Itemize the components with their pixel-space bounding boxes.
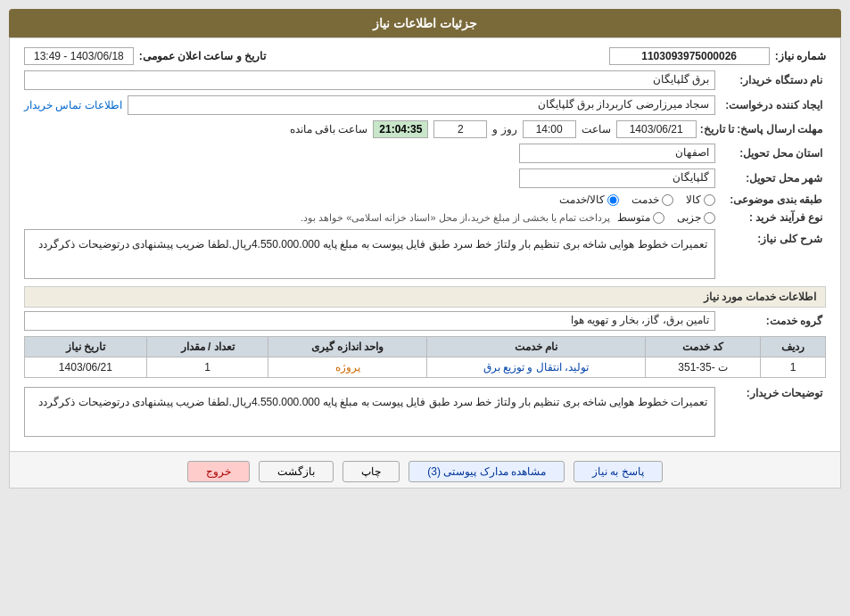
tozihat-label: توضیحات خریدار: bbox=[719, 383, 826, 399]
bottom-bar: پاسخ به نیاز مشاهده مدارک پیوستی (3) چاپ… bbox=[9, 452, 841, 489]
cell-unit: پروژه bbox=[268, 357, 426, 378]
namDastgah-value: برق گلپایگان bbox=[24, 70, 715, 90]
exit-button[interactable]: خروج bbox=[187, 461, 250, 482]
cell-kod: ت -35-351 bbox=[646, 357, 761, 378]
cell-tarikh: 1403/06/21 bbox=[25, 357, 147, 378]
radio-motavaset[interactable]: متوسط bbox=[617, 211, 664, 224]
cell-tedad: 1 bbox=[146, 357, 268, 378]
shomareNiaz-value: 1103093975000026 bbox=[609, 47, 770, 65]
radio-kala[interactable]: کالا bbox=[686, 193, 715, 206]
view-docs-button[interactable]: مشاهده مدارک پیوستی (3) bbox=[408, 461, 565, 482]
mohlat-date: 1403/06/21 bbox=[616, 120, 697, 138]
radio-kala-label: کالا bbox=[686, 193, 701, 206]
col-radif: ردیف bbox=[761, 337, 826, 357]
radio-jozii-label: جزبی bbox=[677, 211, 701, 224]
mohlat-rooz-label: روز و bbox=[492, 123, 516, 136]
col-tedad: تعداد / مقدار bbox=[146, 337, 268, 357]
print-button[interactable]: چاپ bbox=[342, 461, 400, 482]
radio-jozii-input[interactable] bbox=[704, 212, 715, 224]
shahr-label: شهر محل تحویل: bbox=[719, 172, 826, 185]
pordakht-text: پرداخت تمام یا بخشی از مبلغ خرید،از محل … bbox=[301, 212, 610, 224]
radio-motavaset-label: متوسط bbox=[617, 211, 650, 224]
services-table: ردیف کد خدمت نام خدمت واحد اندازه گیری ت… bbox=[24, 336, 826, 378]
tabaghe-radio-group: کالا خدمت کالا/خدمت bbox=[559, 193, 715, 206]
ostan-label: استان محل تحویل: bbox=[719, 147, 826, 160]
group-label: گروه خدمت: bbox=[719, 315, 826, 327]
naveFarayand-label: نوع فرآیند خرید : bbox=[719, 211, 826, 224]
etelaat-tamas-link[interactable]: اطلاعات تماس خریدار bbox=[24, 99, 122, 111]
namDastgah-label: نام دستگاه خریدار: bbox=[719, 74, 826, 86]
radio-kalaKhadamat-input[interactable] bbox=[607, 194, 619, 206]
mohlat-label: مهلت ارسال پاسخ: تا تاریخ: bbox=[700, 123, 826, 136]
radio-jozii[interactable]: جزبی bbox=[677, 211, 715, 224]
ejadKonande-value: سجاد میرزارضی کاربرداز برق گلپایگان bbox=[128, 95, 715, 115]
table-row: 1 ت -35-351 تولید، انتقال و توزیع برق پر… bbox=[25, 357, 826, 378]
cell-name: تولید، انتقال و توزیع برق bbox=[426, 357, 646, 378]
radio-khadamat-label: خدمت bbox=[631, 193, 659, 206]
mohlat-remaining-label: ساعت باقی مانده bbox=[290, 123, 368, 136]
sharh-label: شرح کلی نیاز: bbox=[719, 229, 826, 245]
tabaghe-label: طبقه بندی موضوعی: bbox=[719, 193, 826, 206]
shahr-value: گلپایگان bbox=[519, 168, 715, 188]
sharh-value: تعمیرات خطوط هوایی شاخه بری تنظیم بار ول… bbox=[24, 229, 715, 279]
khadamat-section-header: اطلاعات خدمات مورد نیاز bbox=[24, 286, 826, 308]
shomareNiaz-label: شماره نیاز: bbox=[775, 50, 826, 62]
col-unit: واحد اندازه گیری bbox=[268, 337, 426, 357]
reply-button[interactable]: پاسخ به نیاز bbox=[574, 461, 663, 482]
col-tarikh: تاریخ نیاز bbox=[25, 337, 147, 357]
radio-kala-input[interactable] bbox=[704, 194, 715, 206]
tarikh-ielam-value: 1403/06/18 - 13:49 bbox=[24, 47, 134, 65]
col-kod: کد خدمت bbox=[646, 337, 761, 357]
page-title: جزئیات اطلاعات نیاز bbox=[373, 16, 477, 30]
cell-radif: 1 bbox=[761, 357, 826, 378]
page-header: جزئیات اطلاعات نیاز bbox=[9, 9, 841, 37]
ejadKonande-label: ایجاد کننده درخواست: bbox=[719, 99, 826, 111]
tarikh-ielam-label: تاریخ و ساعت اعلان عمومی: bbox=[139, 50, 266, 62]
mohlat-remaining: 21:04:35 bbox=[373, 120, 428, 138]
mohlat-rooz: 2 bbox=[433, 120, 487, 138]
col-name: نام خدمت bbox=[426, 337, 646, 357]
radio-khadamat-input[interactable] bbox=[662, 194, 673, 206]
radio-kalaKhadamat-label: کالا/خدمت bbox=[559, 193, 605, 206]
group-value: تامین برق، گاز، بخار و تهویه هوا bbox=[24, 311, 715, 331]
radio-khadamat[interactable]: خدمت bbox=[631, 193, 673, 206]
mohlat-saat-label: ساعت bbox=[582, 123, 611, 136]
mohlat-saat: 14:00 bbox=[523, 120, 576, 138]
ostan-value: اصفهان bbox=[519, 144, 715, 163]
back-button[interactable]: بازگشت bbox=[259, 461, 334, 482]
radio-motavaset-input[interactable] bbox=[653, 212, 664, 224]
tozihat-value: تعمیرات خطوط هوایی شاخه بری تنظیم بار ول… bbox=[24, 387, 715, 437]
radio-kalaKhadamat[interactable]: کالا/خدمت bbox=[559, 193, 619, 206]
